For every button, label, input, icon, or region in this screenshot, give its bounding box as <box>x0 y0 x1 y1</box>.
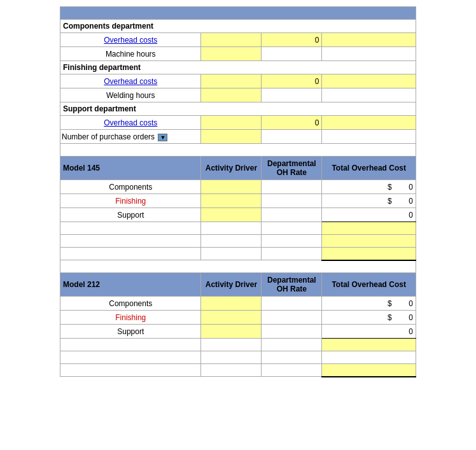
model145-label: Model 145 <box>60 157 201 180</box>
machine-hours-input[interactable] <box>201 47 262 61</box>
components-overhead-input1[interactable] <box>201 33 262 47</box>
model212-finishing-activity-driver[interactable] <box>201 311 262 325</box>
components-dept-section: Components department <box>60 20 416 33</box>
finishing-dept-section: Finishing department <box>60 61 416 74</box>
model212-support-label: Support <box>60 325 201 339</box>
model212-support-value: 0 <box>409 327 413 336</box>
purchase-orders-value <box>262 130 322 144</box>
model145-finishing-oh-rate <box>262 194 322 208</box>
model145-components-label: Components <box>60 180 201 194</box>
model212-components-oh-rate <box>262 297 322 311</box>
model212-support-total: 0 <box>322 325 416 339</box>
top-header-row <box>60 7 416 20</box>
finishing-overhead-extra[interactable] <box>322 74 416 88</box>
m145-s1-col3 <box>262 222 322 235</box>
components-overhead-costs-label[interactable]: Overhead costs <box>60 33 201 47</box>
components-overhead-extra[interactable] <box>322 33 416 47</box>
m145-s2-col2 <box>201 235 262 248</box>
m212-s3-col3 <box>262 364 322 377</box>
m212-s2-col2 <box>201 351 262 364</box>
model145-finishing-activity-driver[interactable] <box>201 194 262 208</box>
model212-components-activity-driver[interactable] <box>201 297 262 311</box>
model212-summary-row3 <box>60 364 416 377</box>
components-overhead-row: Overhead costs 0 <box>60 33 416 47</box>
m145-s3-col4[interactable] <box>322 248 416 260</box>
model212-summary-row2 <box>60 351 416 364</box>
model212-finishing-value: 0 <box>409 313 413 322</box>
welding-hours-row: Welding hours <box>60 88 416 102</box>
m145-s1-col4[interactable] <box>322 222 416 235</box>
m145-s3-col3 <box>262 248 322 260</box>
m212-s2-col1 <box>60 351 201 364</box>
m145-s1-col2 <box>201 222 262 235</box>
m212-s1-col2 <box>201 339 262 351</box>
model145-support-value: 0 <box>409 211 413 220</box>
purchase-orders-input[interactable] <box>201 130 262 144</box>
model145-summary-row3 <box>60 248 416 260</box>
model145-finishing-total: $ 0 <box>322 194 416 208</box>
m145-s3-col1 <box>60 248 201 260</box>
top-header-cell <box>60 7 416 20</box>
model145-summary-row2 <box>60 235 416 248</box>
model212-support-activity-driver[interactable] <box>201 325 262 339</box>
m145-s2-col4[interactable] <box>322 235 416 248</box>
machine-hours-label: Machine hours <box>60 47 201 61</box>
m212-s1-col3 <box>262 339 322 351</box>
m145-s3-col2 <box>201 248 262 260</box>
m212-s3-col2 <box>201 364 262 377</box>
support-overhead-value[interactable]: 0 <box>262 116 322 130</box>
finishing-overhead-value[interactable]: 0 <box>262 74 322 88</box>
model145-activity-driver: Activity Driver <box>201 157 262 180</box>
gap-row-2 <box>60 260 416 273</box>
model145-support-row: Support 0 <box>60 208 416 222</box>
support-overhead-row: Overhead costs 0 <box>60 116 416 130</box>
model145-components-row: Components $ 0 <box>60 180 416 194</box>
support-overhead-input1[interactable] <box>201 116 262 130</box>
m212-s1-col4[interactable] <box>322 339 416 351</box>
support-dept-section: Support department <box>60 102 416 116</box>
components-dept-label: Components department <box>60 20 416 33</box>
purchase-orders-cell[interactable]: Number of purchase orders ▼ <box>60 130 201 144</box>
model145-finishing-value: 0 <box>409 197 413 206</box>
m212-s3-col4[interactable] <box>322 364 416 377</box>
model145-dept-oh-rate: Departmental OH Rate <box>262 157 322 180</box>
model212-dept-oh-rate: Departmental OH Rate <box>262 273 322 297</box>
model145-components-value: 0 <box>409 183 413 192</box>
model145-support-oh-rate <box>262 208 322 222</box>
model145-components-dollar: $ <box>388 183 392 192</box>
machine-hours-row: Machine hours <box>60 47 416 61</box>
m212-s2-col4 <box>322 351 416 364</box>
model212-label: Model 212 <box>60 273 201 297</box>
model212-finishing-total: $ 0 <box>322 311 416 325</box>
model212-finishing-dollar: $ <box>388 313 392 322</box>
model212-components-dollar: $ <box>388 299 392 308</box>
welding-hours-label: Welding hours <box>60 88 201 102</box>
model212-components-value: 0 <box>409 299 413 308</box>
dropdown-arrow-icon[interactable]: ▼ <box>158 134 167 141</box>
model145-summary-row1 <box>60 222 416 235</box>
components-overhead-value[interactable]: 0 <box>262 33 322 47</box>
welding-hours-input[interactable] <box>201 88 262 102</box>
model145-components-oh-rate <box>262 180 322 194</box>
model145-components-total: $ 0 <box>322 180 416 194</box>
model212-support-oh-rate <box>262 325 322 339</box>
model212-finishing-oh-rate <box>262 311 322 325</box>
model212-support-row: Support 0 <box>60 325 416 339</box>
m212-s2-col3 <box>262 351 322 364</box>
support-overhead-extra[interactable] <box>322 116 416 130</box>
finishing-overhead-costs-label[interactable]: Overhead costs <box>60 74 201 88</box>
purchase-orders-label: Number of purchase orders <box>62 132 155 141</box>
model145-finishing-label: Finishing <box>60 194 201 208</box>
welding-hours-value <box>262 88 322 102</box>
model145-components-activity-driver[interactable] <box>201 180 262 194</box>
model145-finishing-row: Finishing $ 0 <box>60 194 416 208</box>
gap-row-1 <box>60 144 416 157</box>
finishing-overhead-row: Overhead costs 0 <box>60 74 416 88</box>
finishing-overhead-input1[interactable] <box>201 74 262 88</box>
support-overhead-costs-label[interactable]: Overhead costs <box>60 116 201 130</box>
model145-header-row: Model 145 Activity Driver Departmental O… <box>60 157 416 180</box>
model145-finishing-dollar: $ <box>388 197 392 206</box>
model212-header-row: Model 212 Activity Driver Departmental O… <box>60 273 416 297</box>
m145-s2-col3 <box>262 235 322 248</box>
model145-support-activity-driver[interactable] <box>201 208 262 222</box>
